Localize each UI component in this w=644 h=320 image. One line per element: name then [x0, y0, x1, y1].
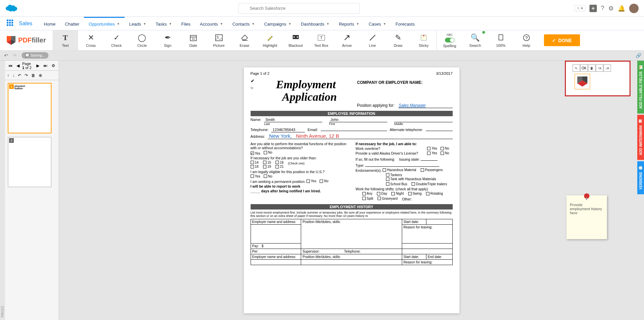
nav-dashboards[interactable]: Dashboards▼ [296, 17, 334, 30]
svg-text:31: 31 [192, 37, 195, 40]
help-icon[interactable]: ? [601, 5, 604, 12]
move-up-icon[interactable]: ↑ [7, 73, 9, 78]
nav-contacts[interactable]: Contacts▼ [228, 17, 259, 30]
nav-tasks[interactable]: Tasks▼ [151, 17, 176, 30]
sticky-note[interactable]: Provide employment history here [567, 195, 607, 239]
svg-point-4 [217, 36, 218, 37]
address-street[interactable]: Ninth Avenue, 12 B [296, 133, 339, 139]
nav-cases[interactable]: Cases▼ [364, 17, 391, 30]
employment-history-table: Employer name and address: Position titl… [251, 219, 453, 265]
tool-zoom[interactable]: 100% [488, 30, 514, 50]
annotation-send-back-icon[interactable]: ↓≡ [604, 64, 611, 72]
last-page-icon[interactable]: ⏭ [42, 63, 49, 69]
nav-leads[interactable]: Leads▼ [125, 17, 151, 30]
notifications-icon[interactable]: 🔔 [618, 5, 625, 12]
section-employee-info: EMPLOYEE INFORMATION [251, 111, 453, 116]
inserted-image[interactable] [575, 74, 590, 89]
tool-spelling[interactable]: ABCSpelling [437, 30, 462, 50]
tool-erase[interactable]: Erase [232, 30, 257, 50]
annotation-delete-icon[interactable]: 🗑 [588, 64, 595, 72]
address-city[interactable]: New York, [269, 133, 292, 139]
svg-rect-14 [499, 35, 503, 40]
tool-circle[interactable]: ◯Circle [129, 30, 155, 50]
section-employment-history: EMPLOYMENT HISTORY [251, 204, 453, 210]
nav-forecasts[interactable]: Forecasts [391, 17, 419, 30]
tool-cross[interactable]: ✕Cross [78, 30, 104, 50]
done-button[interactable]: ✓DONE [544, 34, 580, 46]
side-tab-watermark[interactable]: ADD WATERMARK🖼 [637, 115, 644, 160]
nav-files[interactable]: Files [176, 17, 195, 30]
page-indicator: Page 1 of 2 [22, 62, 34, 70]
rotate-left-icon[interactable]: ↶ [18, 73, 21, 78]
page-settings-icon[interactable]: ⚙ [50, 63, 57, 69]
tool-textbox[interactable]: TText Box [309, 30, 334, 50]
rotate-right-icon[interactable]: ↷ [25, 73, 28, 78]
tool-sign[interactable]: ✒Sign [155, 30, 181, 50]
company-label: COMPANY OR EMPLOYER NAME: [357, 80, 453, 85]
svg-point-13 [423, 35, 424, 36]
nav-opportunities[interactable]: Opportunities▼ [84, 17, 124, 30]
tool-date[interactable]: 31Date [181, 30, 206, 50]
prev-page-icon[interactable]: ◀ [15, 63, 21, 69]
status-saving: 💬 Saving... [22, 52, 49, 59]
history-intro: List most recent employment first. Inclu… [251, 211, 453, 218]
position-value[interactable]: Sales Manager [398, 103, 426, 108]
app-launcher-icon[interactable] [7, 20, 15, 28]
tool-draw[interactable]: ✎Draw [385, 30, 411, 50]
move-down-icon[interactable]: ↓ [12, 73, 14, 78]
nav-campaigns[interactable]: Campaigns▼ [259, 17, 296, 30]
salesforce-logo-icon [5, 4, 18, 12]
sticky-text: Provide employment history here [570, 203, 602, 215]
first-page-icon[interactable]: ⏮ [7, 63, 14, 69]
side-tab-versions[interactable]: VERSIONS🕘 [637, 161, 644, 194]
versions-icon: 🕘 [639, 166, 643, 170]
check-icon: ✓ [552, 38, 556, 43]
telephone[interactable]: 12346785643 [272, 128, 295, 132]
side-tab-fillable-fields[interactable]: ADD FILLABLE FIELDS📝 [637, 61, 644, 114]
fillable-icon: 📝 [639, 65, 643, 69]
annotation-ok-button[interactable]: OK [580, 64, 588, 72]
delete-page-icon[interactable]: 🗑 [31, 73, 35, 78]
nav-chatter[interactable]: Chatter [60, 17, 84, 30]
tool-highlight[interactable]: Highlight [257, 30, 283, 50]
nav-home[interactable]: Home [39, 17, 60, 30]
nav-accounts[interactable]: Accounts▼ [195, 17, 228, 30]
add-page-icon[interactable]: ⊕ [39, 73, 42, 78]
favorites-dropdown[interactable]: ☆ ▾ [574, 5, 585, 11]
watermark-icon: 🖼 [639, 120, 643, 123]
position-label: Position applying for: [357, 103, 394, 108]
add-icon[interactable]: + [589, 5, 597, 12]
pin-icon [584, 193, 589, 199]
cb-no[interactable]: No [264, 151, 272, 154]
tool-line[interactable]: Line [360, 30, 385, 50]
doc-title-2: Application [282, 91, 337, 103]
svg-text:T: T [320, 36, 322, 40]
document-page[interactable]: Page 1 of 2 3/13/2017 ✔○ Employment Appl… [244, 67, 459, 313]
next-page-icon[interactable]: ▶ [35, 63, 41, 69]
svg-line-11 [370, 35, 375, 40]
redo-icon[interactable]: ↷ [13, 53, 17, 58]
tool-arrow[interactable]: ↗Arrow [334, 30, 360, 50]
pages-label: PAGES [0, 61, 5, 320]
salesforce-search-input[interactable] [238, 3, 360, 14]
annotation-cursor-icon[interactable]: ↖ [573, 64, 580, 72]
settings-icon[interactable]: ⚙ [608, 5, 614, 12]
tool-text[interactable]: TText [53, 30, 78, 50]
annotation-bring-front-icon[interactable]: ↑≡ [596, 64, 603, 72]
last-name[interactable]: Smith [265, 118, 275, 122]
cb-yes[interactable]: ✔Yes [251, 152, 260, 155]
tool-blackout[interactable]: Blackout [283, 30, 309, 50]
tool-sticky[interactable]: Sticky [411, 30, 437, 50]
tool-help[interactable]: ?Help [514, 30, 539, 50]
first-name[interactable]: John [330, 118, 339, 122]
user-avatar[interactable] [629, 4, 639, 13]
tool-search[interactable]: 🔍Search [462, 30, 488, 50]
link-icon[interactable]: 🔗 [636, 53, 641, 58]
tool-picture[interactable]: Picture [206, 30, 232, 50]
checkbox-markers: ✔○ [251, 78, 255, 90]
thumbnail-page-1[interactable]: 1 ploymentlication [8, 83, 52, 133]
tool-check[interactable]: ✓Check [104, 30, 129, 50]
undo-icon[interactable]: ↶ [4, 53, 8, 58]
thumbnail-page-2[interactable]: 2 [8, 137, 52, 187]
nav-reports[interactable]: Reports▼ [334, 17, 364, 30]
